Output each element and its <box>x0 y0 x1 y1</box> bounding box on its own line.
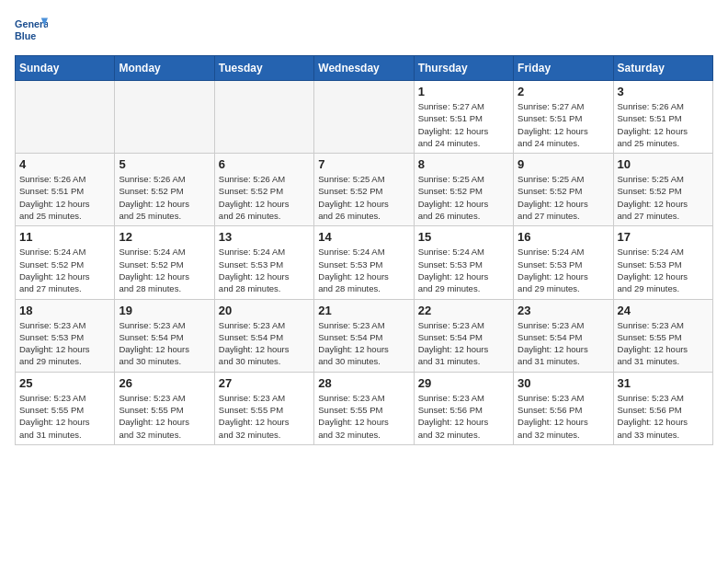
calendar-cell: 18Sunrise: 5:23 AM Sunset: 5:53 PM Dayli… <box>16 299 115 372</box>
day-detail: Sunrise: 5:23 AM Sunset: 5:54 PM Dayligh… <box>518 319 609 368</box>
day-detail: Sunrise: 5:24 AM Sunset: 5:53 PM Dayligh… <box>618 246 709 294</box>
day-detail: Sunrise: 5:23 AM Sunset: 5:55 PM Dayligh… <box>219 392 310 441</box>
day-detail: Sunrise: 5:24 AM Sunset: 5:53 PM Dayligh… <box>418 246 509 294</box>
calendar-cell: 28Sunrise: 5:23 AM Sunset: 5:55 PM Dayli… <box>314 372 414 444</box>
calendar-cell: 24Sunrise: 5:23 AM Sunset: 5:55 PM Dayli… <box>613 299 712 372</box>
calendar-week-row: 4Sunrise: 5:26 AM Sunset: 5:51 PM Daylig… <box>16 154 713 226</box>
day-number: 13 <box>219 230 310 244</box>
day-number: 1 <box>418 85 509 98</box>
day-number: 7 <box>318 157 409 171</box>
calendar-cell: 10Sunrise: 5:25 AM Sunset: 5:52 PM Dayli… <box>613 154 712 226</box>
day-detail: Sunrise: 5:23 AM Sunset: 5:53 PM Dayligh… <box>19 319 110 368</box>
column-header-thursday: Thursday <box>414 56 513 81</box>
page-header: General Blue <box>15 15 713 48</box>
day-number: 27 <box>219 376 310 390</box>
calendar-cell: 26Sunrise: 5:23 AM Sunset: 5:55 PM Dayli… <box>115 372 214 444</box>
calendar-cell: 8Sunrise: 5:25 AM Sunset: 5:52 PM Daylig… <box>414 154 513 226</box>
day-detail: Sunrise: 5:23 AM Sunset: 5:56 PM Dayligh… <box>518 392 609 441</box>
day-number: 23 <box>518 304 609 317</box>
day-number: 6 <box>219 157 310 171</box>
day-number: 20 <box>219 304 310 317</box>
day-detail: Sunrise: 5:23 AM Sunset: 5:55 PM Dayligh… <box>318 392 409 441</box>
day-number: 12 <box>119 230 210 244</box>
calendar-week-row: 25Sunrise: 5:23 AM Sunset: 5:55 PM Dayli… <box>16 372 713 444</box>
calendar-cell: 4Sunrise: 5:26 AM Sunset: 5:51 PM Daylig… <box>16 154 115 226</box>
day-detail: Sunrise: 5:27 AM Sunset: 5:51 PM Dayligh… <box>518 100 609 149</box>
day-detail: Sunrise: 5:23 AM Sunset: 5:55 PM Dayligh… <box>119 392 210 441</box>
calendar-cell: 5Sunrise: 5:26 AM Sunset: 5:52 PM Daylig… <box>115 154 214 226</box>
day-detail: Sunrise: 5:26 AM Sunset: 5:51 PM Dayligh… <box>618 100 709 149</box>
day-number: 14 <box>318 230 409 244</box>
day-number: 16 <box>518 230 609 244</box>
day-number: 3 <box>618 85 709 98</box>
day-detail: Sunrise: 5:23 AM Sunset: 5:54 PM Dayligh… <box>418 319 509 368</box>
day-detail: Sunrise: 5:25 AM Sunset: 5:52 PM Dayligh… <box>618 173 709 222</box>
day-number: 29 <box>418 376 509 390</box>
day-detail: Sunrise: 5:23 AM Sunset: 5:54 PM Dayligh… <box>219 319 310 368</box>
calendar-cell: 22Sunrise: 5:23 AM Sunset: 5:54 PM Dayli… <box>414 299 513 372</box>
calendar-header-row: SundayMondayTuesdayWednesdayThursdayFrid… <box>16 56 713 81</box>
day-detail: Sunrise: 5:27 AM Sunset: 5:51 PM Dayligh… <box>418 100 509 149</box>
day-number: 9 <box>518 157 609 171</box>
logo: General Blue <box>15 15 48 48</box>
day-detail: Sunrise: 5:25 AM Sunset: 5:52 PM Dayligh… <box>518 173 609 222</box>
calendar-cell: 29Sunrise: 5:23 AM Sunset: 5:56 PM Dayli… <box>414 372 513 444</box>
day-number: 24 <box>618 304 709 317</box>
calendar-cell <box>214 81 313 154</box>
calendar-cell: 21Sunrise: 5:23 AM Sunset: 5:54 PM Dayli… <box>314 299 414 372</box>
day-number: 5 <box>119 157 210 171</box>
svg-text:Blue: Blue <box>15 30 36 41</box>
day-number: 19 <box>119 304 210 317</box>
calendar-cell: 3Sunrise: 5:26 AM Sunset: 5:51 PM Daylig… <box>613 81 712 154</box>
day-detail: Sunrise: 5:26 AM Sunset: 5:52 PM Dayligh… <box>119 173 210 222</box>
day-number: 15 <box>418 230 509 244</box>
calendar-cell: 25Sunrise: 5:23 AM Sunset: 5:55 PM Dayli… <box>16 372 115 444</box>
day-number: 31 <box>618 376 709 390</box>
day-detail: Sunrise: 5:24 AM Sunset: 5:53 PM Dayligh… <box>219 246 310 294</box>
day-detail: Sunrise: 5:23 AM Sunset: 5:54 PM Dayligh… <box>318 319 409 368</box>
calendar-cell: 13Sunrise: 5:24 AM Sunset: 5:53 PM Dayli… <box>214 226 313 299</box>
day-detail: Sunrise: 5:24 AM Sunset: 5:53 PM Dayligh… <box>518 246 609 294</box>
column-header-saturday: Saturday <box>613 56 712 81</box>
day-number: 30 <box>518 376 609 390</box>
calendar-table: SundayMondayTuesdayWednesdayThursdayFrid… <box>15 55 713 445</box>
day-number: 28 <box>318 376 409 390</box>
day-number: 26 <box>119 376 210 390</box>
column-header-friday: Friday <box>514 56 613 81</box>
calendar-cell: 30Sunrise: 5:23 AM Sunset: 5:56 PM Dayli… <box>514 372 613 444</box>
calendar-cell: 6Sunrise: 5:26 AM Sunset: 5:52 PM Daylig… <box>214 154 313 226</box>
calendar-cell: 20Sunrise: 5:23 AM Sunset: 5:54 PM Dayli… <box>214 299 313 372</box>
calendar-cell: 11Sunrise: 5:24 AM Sunset: 5:52 PM Dayli… <box>16 226 115 299</box>
calendar-cell: 1Sunrise: 5:27 AM Sunset: 5:51 PM Daylig… <box>414 81 513 154</box>
calendar-cell <box>314 81 414 154</box>
column-header-tuesday: Tuesday <box>214 56 313 81</box>
day-number: 18 <box>19 304 110 317</box>
calendar-cell: 23Sunrise: 5:23 AM Sunset: 5:54 PM Dayli… <box>514 299 613 372</box>
calendar-cell: 27Sunrise: 5:23 AM Sunset: 5:55 PM Dayli… <box>214 372 313 444</box>
day-detail: Sunrise: 5:23 AM Sunset: 5:55 PM Dayligh… <box>19 392 110 441</box>
column-header-sunday: Sunday <box>16 56 115 81</box>
day-number: 22 <box>418 304 509 317</box>
calendar-week-row: 11Sunrise: 5:24 AM Sunset: 5:52 PM Dayli… <box>16 226 713 299</box>
day-number: 11 <box>19 230 110 244</box>
day-number: 8 <box>418 157 509 171</box>
calendar-cell: 19Sunrise: 5:23 AM Sunset: 5:54 PM Dayli… <box>115 299 214 372</box>
calendar-cell: 2Sunrise: 5:27 AM Sunset: 5:51 PM Daylig… <box>514 81 613 154</box>
day-detail: Sunrise: 5:25 AM Sunset: 5:52 PM Dayligh… <box>418 173 509 222</box>
column-header-wednesday: Wednesday <box>314 56 414 81</box>
day-detail: Sunrise: 5:23 AM Sunset: 5:55 PM Dayligh… <box>618 319 709 368</box>
day-detail: Sunrise: 5:24 AM Sunset: 5:52 PM Dayligh… <box>119 246 210 294</box>
calendar-cell: 7Sunrise: 5:25 AM Sunset: 5:52 PM Daylig… <box>314 154 414 226</box>
day-detail: Sunrise: 5:26 AM Sunset: 5:51 PM Dayligh… <box>19 173 110 222</box>
day-number: 21 <box>318 304 409 317</box>
calendar-cell <box>115 81 214 154</box>
calendar-cell: 15Sunrise: 5:24 AM Sunset: 5:53 PM Dayli… <box>414 226 513 299</box>
calendar-cell: 17Sunrise: 5:24 AM Sunset: 5:53 PM Dayli… <box>613 226 712 299</box>
day-number: 2 <box>518 85 609 98</box>
day-number: 25 <box>19 376 110 390</box>
logo-icon: General Blue <box>15 15 48 48</box>
day-number: 4 <box>19 157 110 171</box>
day-detail: Sunrise: 5:26 AM Sunset: 5:52 PM Dayligh… <box>219 173 310 222</box>
day-detail: Sunrise: 5:25 AM Sunset: 5:52 PM Dayligh… <box>318 173 409 222</box>
day-number: 17 <box>618 230 709 244</box>
